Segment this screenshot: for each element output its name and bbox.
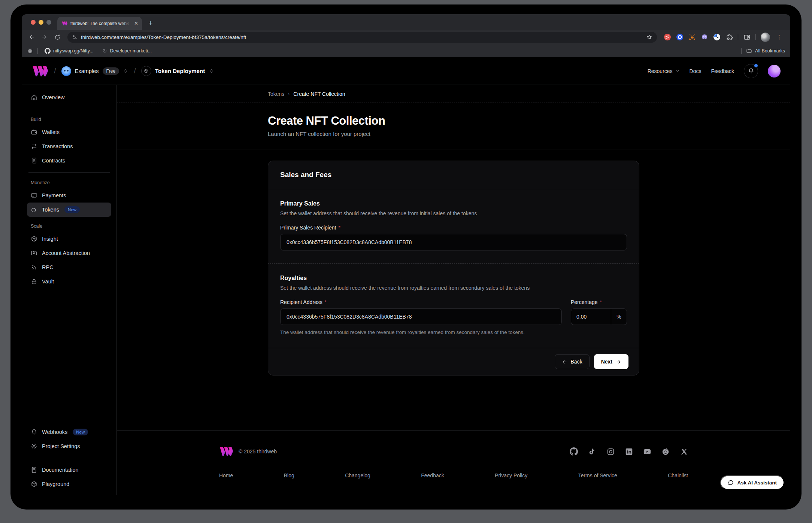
thirdweb-favicon bbox=[62, 21, 67, 26]
card-header: Sales and Fees bbox=[268, 161, 639, 189]
sidebar-item-webhooks[interactable]: Webhooks New bbox=[27, 425, 111, 439]
sidebar-item-contracts[interactable]: Contracts bbox=[27, 153, 111, 168]
sidebar-divider bbox=[28, 172, 110, 173]
royalties-description: Set the wallet address should receive th… bbox=[280, 285, 627, 291]
footer-link-home[interactable]: Home bbox=[219, 472, 233, 478]
extension-blue-icon[interactable] bbox=[676, 33, 684, 41]
primary-sales-recipient-input[interactable] bbox=[280, 234, 627, 250]
book-icon bbox=[31, 466, 37, 473]
sidebar-item-vault[interactable]: Vault bbox=[27, 274, 111, 289]
toolbar-separator bbox=[755, 34, 756, 40]
moon-favicon bbox=[102, 48, 107, 53]
github-icon[interactable] bbox=[570, 447, 578, 456]
footer-link-changelog[interactable]: Changelog bbox=[345, 472, 370, 478]
metamask-icon[interactable] bbox=[688, 33, 696, 41]
window-frame: thirdweb: The complete web3 ✕ + thirdweb… bbox=[10, 4, 802, 510]
zoom-window-button[interactable] bbox=[46, 20, 51, 25]
project-selector[interactable]: Token Deployment bbox=[141, 66, 214, 76]
traffic-lights bbox=[22, 14, 57, 30]
new-badge: New bbox=[64, 206, 80, 213]
footer-link-privacy-policy[interactable]: Privacy Policy bbox=[495, 472, 527, 478]
youtube-icon[interactable] bbox=[643, 447, 651, 456]
breadcrumb-tokens[interactable]: Tokens bbox=[268, 91, 284, 97]
x-icon[interactable] bbox=[680, 447, 688, 456]
nav-docs-label: Docs bbox=[690, 68, 702, 74]
sidebar-item-tokens[interactable]: Tokens New bbox=[27, 203, 111, 217]
ask-ai-assistant-label: Ask AI Assistant bbox=[737, 480, 777, 486]
sidebar-item-rpc[interactable]: RPC bbox=[27, 260, 111, 274]
notifications-button[interactable] bbox=[744, 64, 758, 78]
next-button[interactable]: Next bbox=[594, 354, 628, 369]
footer-link-blog[interactable]: Blog bbox=[284, 472, 294, 478]
forward-nav-icon[interactable] bbox=[39, 31, 50, 43]
sidebar-item-playground[interactable]: Playground bbox=[27, 477, 111, 491]
reload-icon[interactable] bbox=[52, 31, 63, 43]
bookmark-star-icon[interactable] bbox=[646, 34, 652, 40]
new-tab-button[interactable]: + bbox=[146, 18, 155, 28]
project-name: Token Deployment bbox=[155, 68, 205, 74]
sidebar-item-account-abstraction[interactable]: Account Abstraction bbox=[27, 246, 111, 260]
nav-docs[interactable]: Docs bbox=[690, 68, 702, 74]
apps-grid-icon[interactable] bbox=[27, 48, 33, 54]
site-info-icon[interactable] bbox=[72, 34, 78, 40]
sidebar-item-payments[interactable]: Payments bbox=[27, 188, 111, 203]
thirdweb-logo[interactable] bbox=[31, 66, 49, 76]
all-bookmarks-button[interactable]: All Bookmarks bbox=[746, 48, 785, 54]
footer-link-feedback[interactable]: Feedback bbox=[421, 472, 444, 478]
sidebar-item-label: Contracts bbox=[42, 158, 65, 164]
card-title: Sales and Fees bbox=[280, 171, 627, 179]
nav-feedback[interactable]: Feedback bbox=[711, 68, 734, 74]
chevrons-updown-icon[interactable] bbox=[123, 68, 128, 74]
team-avatar bbox=[61, 66, 71, 76]
sidebar-item-project-settings[interactable]: Project Settings bbox=[27, 439, 111, 453]
gear-icon bbox=[31, 443, 37, 450]
extension-red-icon[interactable] bbox=[664, 33, 671, 41]
sidebar-section-build: Build bbox=[27, 114, 111, 125]
sidebar-item-wallets[interactable]: Wallets bbox=[27, 125, 111, 139]
reddit-icon[interactable] bbox=[661, 447, 670, 456]
sidebar-item-overview[interactable]: Overview bbox=[27, 90, 111, 104]
footer-link-chainlist[interactable]: Chainlist bbox=[668, 472, 688, 478]
bookmark-developer-marketing[interactable]: Developer marketi... bbox=[100, 48, 154, 54]
user-avatar[interactable] bbox=[768, 65, 781, 77]
sidebar-item-documentation[interactable]: Documentation bbox=[27, 463, 111, 477]
chrome-profile-avatar[interactable] bbox=[761, 33, 770, 42]
royalty-recipient-input[interactable] bbox=[280, 308, 562, 325]
back-button[interactable]: Back bbox=[555, 354, 590, 369]
sidebar-section-monetize: Monetize bbox=[27, 177, 111, 188]
back-nav-icon[interactable] bbox=[26, 31, 37, 43]
chevrons-updown-icon[interactable] bbox=[209, 68, 214, 74]
sidebar-item-transactions[interactable]: Transactions bbox=[27, 139, 111, 153]
required-asterisk: * bbox=[600, 299, 602, 305]
percentage-input[interactable] bbox=[571, 309, 611, 325]
footer-link-terms[interactable]: Terms of Service bbox=[578, 472, 617, 478]
linkedin-icon[interactable] bbox=[625, 447, 633, 456]
instagram-icon[interactable] bbox=[606, 447, 615, 456]
extensions-puzzle-icon[interactable] bbox=[725, 33, 733, 41]
bookmarks-separator bbox=[37, 48, 38, 54]
tab-strip: thirdweb: The complete web3 ✕ + bbox=[22, 14, 790, 30]
bookmark-niftyswap[interactable]: niftyswap.gg/Nifty... bbox=[42, 48, 96, 54]
close-window-button[interactable] bbox=[31, 20, 36, 25]
royalties-section: Royalties Set the wallet address should … bbox=[268, 264, 639, 348]
chrome-menu-icon[interactable]: ⋮ bbox=[775, 34, 784, 40]
team-selector[interactable]: Examples Free bbox=[61, 66, 128, 76]
ask-ai-assistant-button[interactable]: Ask AI Assistant bbox=[720, 475, 784, 490]
phantom-icon[interactable] bbox=[701, 33, 708, 41]
clock-extension-icon[interactable] bbox=[713, 33, 721, 41]
breadcrumb-slash: / bbox=[54, 66, 56, 75]
url-bar[interactable]: thirdweb.com/team/examples/Token-Deploym… bbox=[67, 32, 657, 43]
close-tab-icon[interactable]: ✕ bbox=[133, 20, 139, 27]
nav-resources[interactable]: Resources bbox=[648, 68, 680, 74]
side-panel-icon[interactable] bbox=[743, 33, 751, 41]
breadcrumb: Tokens › Create NFT Collection bbox=[268, 91, 639, 97]
package-icon bbox=[31, 235, 37, 242]
browser-toolbar: thirdweb.com/team/examples/Token-Deploym… bbox=[22, 30, 790, 44]
sidebar-item-insight[interactable]: Insight bbox=[27, 232, 111, 246]
browser-window: thirdweb: The complete web3 ✕ + thirdweb… bbox=[22, 14, 790, 495]
tab-title: thirdweb: The complete web3 bbox=[70, 21, 130, 26]
sidebar-item-label: RPC bbox=[42, 264, 54, 270]
browser-tab[interactable]: thirdweb: The complete web3 ✕ bbox=[57, 17, 142, 30]
tiktok-icon[interactable] bbox=[588, 447, 596, 456]
minimize-window-button[interactable] bbox=[39, 20, 43, 25]
